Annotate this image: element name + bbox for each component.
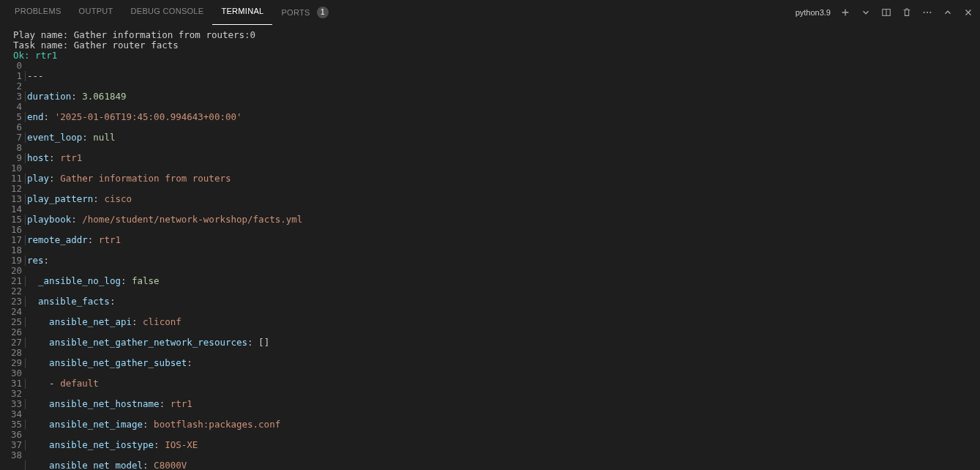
- panel-header: PROBLEMS OUTPUT DEBUG CONSOLE TERMINAL P…: [0, 0, 980, 26]
- yaml-output: 0123456789 10111213141516171819 20212223…: [0, 61, 980, 470]
- play-name-line: Play name: Gather information from route…: [0, 30, 980, 40]
- env-label-text: python3.9: [796, 8, 831, 17]
- svg-point-2: [924, 12, 925, 13]
- maximize-panel-button[interactable]: [942, 7, 954, 18]
- line-gutter: 0123456789 10111213141516171819 20212223…: [0, 61, 25, 470]
- tab-output[interactable]: OUTPUT: [70, 1, 122, 25]
- tab-ports-label: PORTS: [281, 7, 310, 16]
- panel-tabs: PROBLEMS OUTPUT DEBUG CONSOLE TERMINAL P…: [6, 1, 337, 25]
- kill-terminal-button[interactable]: [901, 7, 913, 18]
- svg-point-4: [929, 12, 931, 13]
- tab-terminal[interactable]: TERMINAL: [212, 1, 272, 25]
- tab-problems[interactable]: PROBLEMS: [6, 1, 70, 25]
- ok-line: Ok: rtr1: [0, 51, 980, 61]
- more-actions-button[interactable]: [921, 7, 933, 18]
- terminal-profile[interactable]: python3.9: [793, 8, 831, 17]
- svg-point-3: [927, 12, 928, 13]
- ports-badge: 1: [317, 7, 329, 18]
- terminal-dropdown-icon[interactable]: [860, 7, 872, 18]
- code-lines: --- duration: 3.061849 end: '2025-01-06T…: [25, 61, 980, 470]
- new-terminal-button[interactable]: [839, 7, 851, 18]
- task-name-line: Task name: Gather router facts: [0, 40, 980, 51]
- terminal-body[interactable]: Play name: Gather information from route…: [0, 26, 980, 470]
- yaml-doc-start: ---: [27, 70, 44, 81]
- terminal-actions: python3.9: [793, 7, 974, 18]
- tab-debug-console[interactable]: DEBUG CONSOLE: [122, 1, 213, 25]
- split-terminal-button[interactable]: [880, 7, 892, 18]
- tab-ports[interactable]: PORTS 1: [272, 1, 337, 25]
- close-panel-button[interactable]: [962, 7, 974, 18]
